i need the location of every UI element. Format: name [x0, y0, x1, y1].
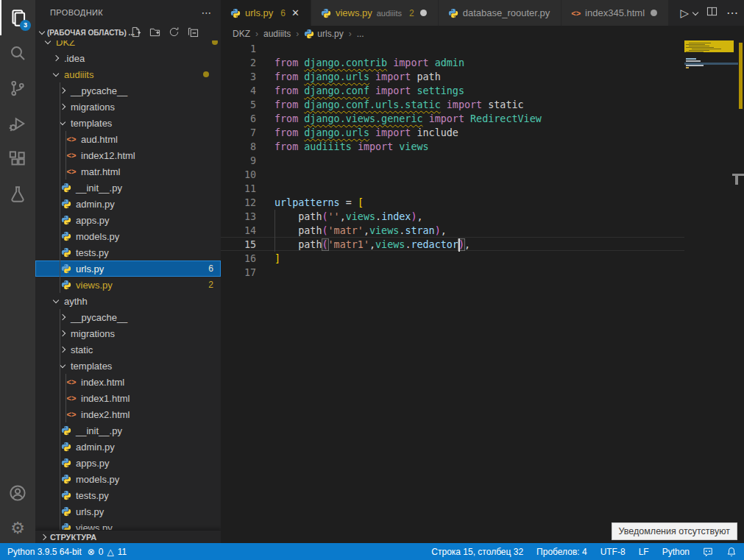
- encoding[interactable]: UTF-8: [600, 547, 626, 557]
- tab-views.py[interactable]: views.pyaudiiits2: [311, 0, 439, 26]
- python-file-icon: [60, 457, 72, 469]
- language-mode[interactable]: Python: [662, 547, 690, 557]
- run-button[interactable]: ▷: [680, 7, 689, 20]
- tree-item-urls.py[interactable]: urls.py: [35, 503, 221, 520]
- tree-item-aud.html[interactable]: <>aud.html: [35, 131, 221, 147]
- code-editor[interactable]: 12from django.contrib import admin3from …: [221, 42, 744, 543]
- python-file-icon: [448, 8, 458, 18]
- indentation[interactable]: Пробелов: 4: [536, 547, 587, 557]
- python-file-icon: [60, 198, 72, 210]
- code-line-2[interactable]: 2from django.contrib import admin: [221, 56, 684, 70]
- sidebar-more-icon[interactable]: ⋯: [202, 0, 212, 26]
- code-line-17[interactable]: 17: [221, 266, 684, 280]
- collapse-folders-icon[interactable]: [188, 26, 199, 40]
- tree-item-__pycache__[interactable]: __pycache__: [35, 82, 221, 99]
- tree-item-index2.html[interactable]: <>index2.html: [35, 406, 221, 422]
- run-debug-icon[interactable]: [0, 106, 35, 141]
- tree-item-templates[interactable]: templates: [35, 358, 221, 374]
- tree-item-apps.py[interactable]: apps.py: [35, 455, 221, 471]
- search-icon[interactable]: [0, 35, 35, 71]
- python-interpreter[interactable]: Python 3.9.5 64-bit: [7, 547, 82, 557]
- editor-more-icon[interactable]: ⋯: [726, 6, 738, 20]
- code-line-14[interactable]: 14 path('matr',views.stran),: [221, 224, 684, 238]
- tree-item-label: admin.py: [76, 442, 115, 453]
- code-line-8[interactable]: 8from audiiits import views: [221, 140, 684, 154]
- notifications-tooltip: Уведомления отсутствуют: [612, 522, 737, 540]
- chevron-right-icon: [53, 55, 59, 61]
- tree-item-migrations[interactable]: migrations: [35, 99, 221, 115]
- tree-item-__init__.py[interactable]: __init__.py: [35, 422, 221, 439]
- structure-section-header[interactable]: СТРУКТУРА: [35, 530, 221, 543]
- tree-item-urls.py[interactable]: urls.py6: [35, 260, 221, 277]
- tab-database_roouter.py[interactable]: database_roouter.py: [439, 0, 562, 26]
- tree-item-tests.py[interactable]: tests.py: [35, 487, 221, 503]
- source-control-icon[interactable]: [0, 71, 35, 106]
- code-line-6[interactable]: 6from django.views.generic import Redire…: [221, 112, 684, 126]
- html-file-icon: <>: [571, 9, 581, 18]
- extensions-icon[interactable]: [0, 141, 35, 177]
- tree-item-views.py[interactable]: views.py2: [35, 277, 221, 293]
- tab-urls.py[interactable]: urls.py6✕: [221, 0, 311, 26]
- breadcrumb[interactable]: DKZ›audiiits›urls.py›...: [221, 26, 744, 42]
- chevron-right-icon: [60, 104, 65, 110]
- split-editor-icon[interactable]: [706, 6, 718, 20]
- tab-index345.html[interactable]: <>index345.html: [561, 0, 669, 26]
- explorer-icon[interactable]: 3: [0, 0, 35, 35]
- testing-icon[interactable]: [0, 177, 35, 212]
- minimap[interactable]: [684, 42, 734, 543]
- problems-indicator[interactable]: ⊗0 △11: [88, 547, 127, 557]
- tree-item-index.html[interactable]: <>index.html: [35, 374, 221, 390]
- code-line-16[interactable]: 16]: [221, 252, 684, 266]
- refresh-icon[interactable]: [169, 26, 180, 40]
- tree-item-models.py[interactable]: models.py: [35, 471, 221, 487]
- tree-item-apps.py[interactable]: apps.py: [35, 212, 221, 228]
- settings-gear-icon[interactable]: ⚙: [0, 511, 35, 546]
- breadcrumb-item[interactable]: audiiits: [263, 29, 291, 39]
- notifications-bell-icon[interactable]: [726, 547, 737, 557]
- line-number: 6: [221, 112, 256, 126]
- breadcrumb-item[interactable]: urls.py: [317, 29, 343, 39]
- tree-item-label: audiiits: [64, 69, 93, 80]
- code-line-11[interactable]: 11: [221, 182, 684, 196]
- tree-item-tests.py[interactable]: tests.py: [35, 244, 221, 260]
- feedback-icon[interactable]: [703, 547, 713, 557]
- code-line-3[interactable]: 3from django.urls import path: [221, 70, 684, 84]
- tree-item-.idea[interactable]: .idea: [35, 50, 221, 66]
- tree-item-audiiits[interactable]: audiiits: [35, 66, 221, 82]
- line-number: 3: [221, 70, 256, 84]
- eol-sequence[interactable]: LF: [639, 547, 649, 557]
- tree-item-admin.py[interactable]: admin.py: [35, 196, 221, 212]
- breadcrumb-item[interactable]: ...: [357, 29, 364, 39]
- code-line-9[interactable]: 9: [221, 154, 684, 168]
- new-folder-icon[interactable]: [149, 26, 160, 40]
- new-file-icon[interactable]: [130, 26, 141, 40]
- close-icon[interactable]: ✕: [291, 7, 300, 18]
- code-line-4[interactable]: 4from django.conf import settings: [221, 84, 684, 98]
- code-line-10[interactable]: 10: [221, 168, 684, 182]
- tree-item-index1.html[interactable]: <>index1.html: [35, 390, 221, 406]
- code-line-5[interactable]: 5from django.conf.urls.static import sta…: [221, 98, 684, 112]
- tree-item-migrations[interactable]: migrations: [35, 325, 221, 341]
- account-icon[interactable]: [0, 475, 35, 511]
- code-line-7[interactable]: 7from django.urls import include: [221, 126, 684, 140]
- problems-badge: 2: [208, 280, 213, 290]
- tree-item-models.py[interactable]: models.py: [35, 228, 221, 244]
- tree-item-matr.html[interactable]: <>matr.html: [35, 163, 221, 180]
- tree-item-templates[interactable]: templates: [35, 115, 221, 131]
- run-dropdown-icon[interactable]: [692, 9, 698, 15]
- tree-item-label: models.py: [76, 474, 119, 485]
- breadcrumb-item[interactable]: DKZ: [233, 29, 250, 39]
- html-file-icon: <>: [65, 376, 77, 388]
- code-line-15[interactable]: 15 path('matr1',views.redactor),: [221, 238, 684, 252]
- tree-item-__init__.py[interactable]: __init__.py: [35, 180, 221, 196]
- code-line-1[interactable]: 1: [221, 42, 684, 56]
- code-line-13[interactable]: 13 path('',views.index),: [221, 210, 684, 224]
- cursor-position[interactable]: Строка 15, столбец 32: [431, 547, 523, 557]
- tree-item-__pycache__[interactable]: __pycache__: [35, 309, 221, 325]
- tree-item-index12.html[interactable]: <>index12.html: [35, 147, 221, 163]
- tree-item-static[interactable]: static: [35, 341, 221, 358]
- html-file-icon: <>: [65, 166, 77, 177]
- code-line-12[interactable]: 12urlpatterns = [: [221, 196, 684, 210]
- tree-item-aythh[interactable]: aythh: [35, 293, 221, 309]
- tree-item-admin.py[interactable]: admin.py: [35, 439, 221, 455]
